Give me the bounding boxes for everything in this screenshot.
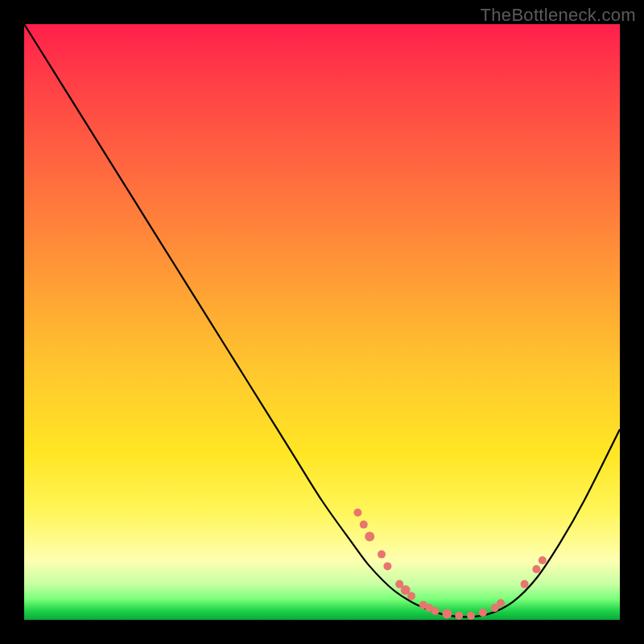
curve-marker: [431, 607, 440, 615]
plot-area: [24, 24, 620, 620]
bottleneck-curve: [24, 24, 620, 617]
curve-marker: [407, 592, 415, 600]
curve-marker: [539, 556, 547, 564]
curve-marker: [378, 551, 386, 559]
curve-marker: [497, 599, 505, 607]
chart-frame: TheBottleneck.com: [0, 0, 644, 644]
bottleneck-curve-svg: [24, 24, 620, 620]
curve-marker: [360, 521, 368, 529]
curve-marker: [353, 509, 361, 517]
curve-marker: [383, 562, 391, 570]
curve-marker: [521, 580, 529, 588]
curve-marker: [365, 531, 374, 541]
curve-marker: [455, 612, 463, 620]
curve-marker: [442, 609, 452, 619]
attribution-label: TheBottleneck.com: [481, 5, 636, 26]
curve-markers: [353, 509, 546, 620]
curve-marker: [479, 609, 487, 617]
curve-marker: [532, 565, 540, 573]
curve-marker: [467, 612, 475, 620]
